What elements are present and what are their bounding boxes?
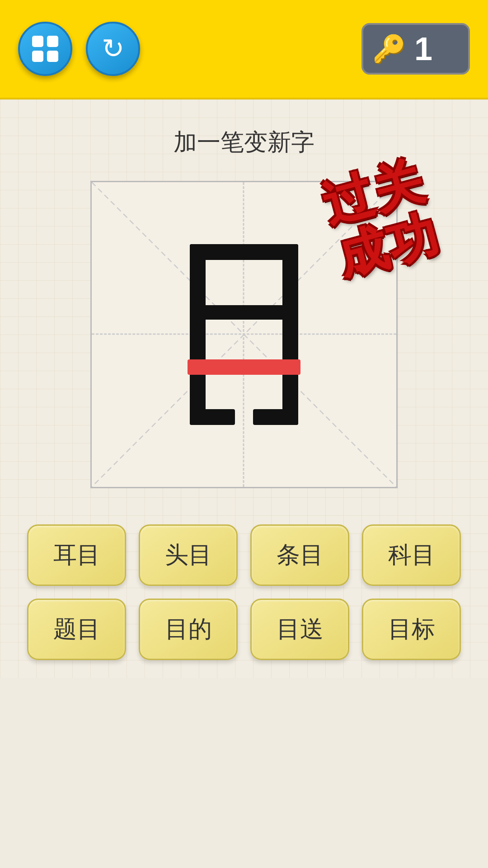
key-count-value: 1 (414, 30, 432, 67)
key-icon: 🔑 (372, 33, 406, 65)
svg-rect-8 (188, 359, 300, 375)
answers-grid: 耳目 头目 条目 科目 题目 目的 目送 目标 (18, 524, 470, 660)
grid-menu-button[interactable] (18, 22, 72, 76)
answer-button-2[interactable]: 头目 (139, 524, 238, 586)
svg-rect-6 (253, 409, 298, 425)
svg-rect-5 (190, 409, 235, 425)
app-header: ↻ 🔑 1 (0, 0, 488, 99)
refresh-button[interactable]: ↻ (86, 22, 140, 76)
answer-button-5[interactable]: 题目 (27, 599, 126, 660)
success-text-line1: 过关 (317, 153, 431, 232)
answer-button-7[interactable]: 目送 (250, 599, 349, 660)
character-drawing-area: 过关 成功 (90, 181, 398, 488)
answer-button-1[interactable]: 耳目 (27, 524, 126, 586)
svg-rect-3 (282, 244, 298, 425)
svg-rect-4 (190, 244, 298, 260)
success-overlay: 过关 成功 (317, 153, 445, 285)
character-svg (163, 231, 325, 439)
svg-rect-2 (190, 244, 206, 425)
answer-button-8[interactable]: 目标 (362, 599, 461, 660)
svg-rect-7 (190, 305, 298, 320)
puzzle-subtitle: 加一笔变新字 (174, 127, 314, 158)
answer-button-6[interactable]: 目的 (139, 599, 238, 660)
success-text-line2: 成功 (331, 205, 445, 285)
answer-button-4[interactable]: 科目 (362, 524, 461, 586)
refresh-icon: ↻ (102, 35, 124, 62)
answer-button-3[interactable]: 条目 (250, 524, 349, 586)
key-counter: 🔑 1 (361, 23, 470, 75)
main-content: 加一笔变新字 过关 成功 (0, 99, 488, 678)
grid-icon (32, 36, 58, 62)
